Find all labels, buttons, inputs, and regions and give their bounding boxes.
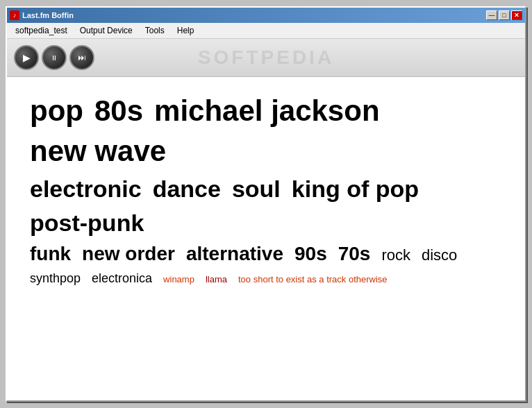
- tag-70s[interactable]: 70s: [333, 239, 376, 269]
- menu-tools[interactable]: Tools: [140, 24, 170, 37]
- tag-too-short[interactable]: too short to exist as a track otherwise: [233, 271, 393, 288]
- tag-funk[interactable]: funk: [24, 239, 76, 269]
- tag-rock[interactable]: rock: [376, 244, 416, 267]
- toolbar: SOFTPEDIA ▶ ⏸ ⏭: [7, 39, 525, 77]
- tag-90s[interactable]: 90s: [289, 239, 333, 269]
- content-area: pop 80s michael jackson new wave electro…: [7, 77, 525, 400]
- pause-button[interactable]: ⏸: [42, 45, 67, 70]
- menu-help[interactable]: Help: [172, 24, 200, 37]
- tag-soul[interactable]: soul: [226, 172, 286, 206]
- next-button[interactable]: ⏭: [69, 45, 94, 70]
- title-bar-buttons: — □ ✕: [486, 10, 522, 20]
- tag-llama[interactable]: llama: [200, 271, 233, 288]
- tags-container: pop 80s michael jackson new wave electro…: [24, 91, 508, 289]
- minimize-button[interactable]: —: [486, 10, 497, 20]
- window-title: Last.fm Boffin: [22, 11, 74, 19]
- tag-dance[interactable]: dance: [147, 172, 226, 206]
- tag-winamp[interactable]: winamp: [158, 271, 200, 288]
- menu-softpedia-test[interactable]: softpedia_test: [10, 24, 73, 37]
- tag-pop[interactable]: pop: [24, 91, 89, 131]
- maximize-button[interactable]: □: [499, 10, 510, 20]
- tag-electronica[interactable]: electronica: [86, 269, 158, 289]
- title-bar-left: ♪ Last.fm Boffin: [10, 10, 74, 20]
- app-icon: ♪: [10, 10, 19, 20]
- main-window: ♪ Last.fm Boffin — □ ✕ softpedia_test Ou…: [6, 6, 526, 402]
- title-bar: ♪ Last.fm Boffin — □ ✕: [7, 8, 525, 23]
- tag-80s[interactable]: 80s: [89, 91, 149, 131]
- tag-new-order[interactable]: new order: [76, 239, 181, 269]
- tag-alternative[interactable]: alternative: [181, 239, 289, 269]
- menu-bar: softpedia_test Output Device Tools Help: [7, 23, 525, 39]
- close-button[interactable]: ✕: [511, 10, 522, 20]
- tag-electronic[interactable]: electronic: [24, 172, 147, 206]
- toolbar-background-text: SOFTPEDIA: [198, 46, 334, 69]
- tag-new-wave[interactable]: new wave: [24, 131, 172, 171]
- tag-michael-jackson[interactable]: michael jackson: [149, 91, 385, 131]
- tag-disco[interactable]: disco: [416, 244, 463, 267]
- menu-output-device[interactable]: Output Device: [74, 24, 138, 37]
- tag-post-punk[interactable]: post-punk: [24, 206, 149, 240]
- tag-king-of-pop[interactable]: king of pop: [286, 172, 424, 206]
- play-button[interactable]: ▶: [14, 45, 39, 70]
- tag-synthpop[interactable]: synthpop: [24, 269, 86, 289]
